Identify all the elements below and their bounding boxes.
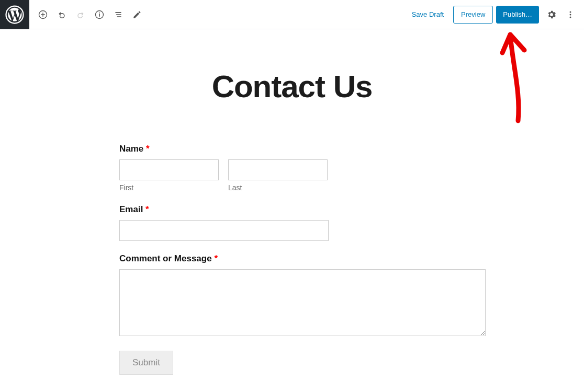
preview-button[interactable]: Preview [453,6,493,24]
name-label-text: Name [119,144,143,154]
block-navigation-button[interactable] [109,5,128,24]
undo-icon [57,9,67,20]
info-icon [94,9,105,20]
submit-button[interactable]: Submit [119,351,173,375]
undo-button[interactable] [52,5,71,24]
first-name-sublabel: First [119,183,219,192]
svg-point-7 [570,16,571,18]
plus-circle-icon [38,9,48,20]
email-field-group: Email * [119,204,465,241]
last-name-input[interactable] [228,159,328,180]
required-mark: * [214,253,218,263]
email-label-text: Email [119,204,143,214]
page-title[interactable]: Contact Us [0,68,584,105]
wordpress-logo[interactable] [0,0,29,29]
last-name-sublabel: Last [228,183,328,192]
email-label: Email * [119,204,465,215]
svg-point-5 [570,11,571,13]
add-block-button[interactable] [33,5,52,24]
redo-icon [75,9,86,20]
wordpress-icon [5,5,24,24]
more-options-button[interactable] [561,5,580,24]
svg-point-3 [99,12,100,13]
first-name-input[interactable] [119,159,219,180]
required-mark: * [146,144,150,154]
email-input[interactable] [119,220,329,241]
publish-button[interactable]: Publish… [496,6,539,24]
name-label: Name * [119,144,465,154]
pencil-icon [132,9,142,20]
kebab-icon [565,9,576,20]
editor-canvas: Contact Us Name * First Last [0,29,584,375]
message-textarea[interactable] [119,269,486,336]
edit-button[interactable] [128,5,147,24]
gear-icon [546,9,557,20]
message-label-text: Comment or Message [119,253,212,263]
message-label: Comment or Message * [119,253,465,264]
required-mark: * [145,204,149,214]
svg-rect-4 [99,14,100,16]
redo-button[interactable] [71,5,90,24]
contact-form-block: Name * First Last Email * [109,144,475,375]
settings-button[interactable] [542,5,561,24]
list-icon [113,9,123,20]
name-field-group: Name * First Last [119,144,465,192]
svg-point-6 [570,14,571,15]
info-button[interactable] [90,5,109,24]
save-draft-button[interactable]: Save Draft [406,6,450,24]
message-field-group: Comment or Message * [119,253,465,338]
editor-top-toolbar: Save Draft Preview Publish… [0,0,584,29]
